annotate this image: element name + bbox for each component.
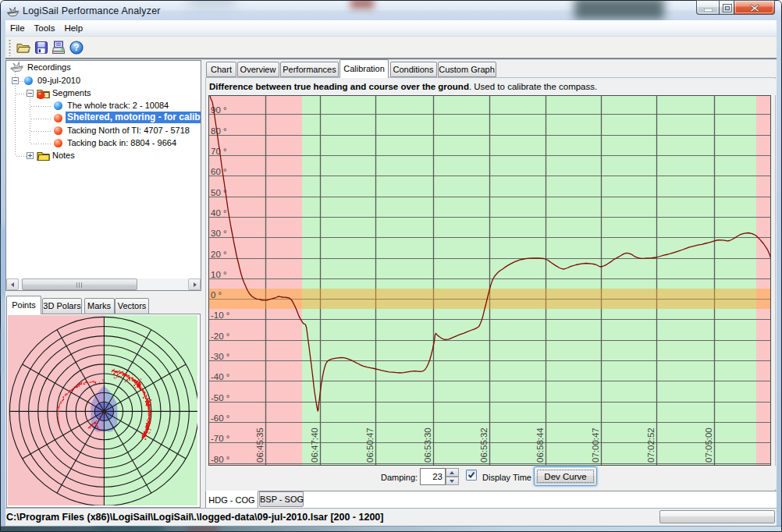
svg-text:0 °: 0 ° (211, 290, 222, 300)
svg-text:80 °: 80 ° (211, 126, 227, 136)
svg-text:06:50:47: 06:50:47 (365, 427, 375, 463)
svg-text:-80 °: -80 ° (211, 455, 229, 464)
svg-text:07:05:00: 07:05:00 (704, 427, 713, 463)
svg-text:-20 °: -20 ° (211, 332, 229, 341)
svg-text:06:45:35: 06:45:35 (255, 427, 265, 463)
svg-text:06:58:44: 06:58:44 (535, 427, 545, 463)
svg-text:20 °: 20 ° (211, 250, 227, 259)
svg-text:10 °: 10 ° (211, 270, 227, 279)
svg-text:-70 °: -70 ° (211, 434, 229, 443)
svg-text:06:55:32: 06:55:32 (479, 427, 489, 463)
svg-text:50 °: 50 ° (211, 188, 227, 197)
svg-text:06:47:40: 06:47:40 (310, 427, 319, 463)
svg-text:?: ? (73, 42, 79, 53)
svg-text:-30 °: -30 ° (211, 352, 229, 361)
svg-text:-50 °: -50 ° (211, 393, 229, 403)
svg-text:60 °: 60 ° (211, 167, 227, 176)
svg-text:-60 °: -60 ° (211, 413, 229, 423)
svg-text:06:53:30: 06:53:30 (423, 427, 432, 463)
svg-text:30 °: 30 ° (211, 229, 227, 238)
svg-text:07:00:47: 07:00:47 (591, 427, 600, 463)
svg-text:-40 °: -40 ° (211, 372, 229, 381)
svg-text:-10 °: -10 ° (211, 310, 229, 320)
svg-text:07:02:52: 07:02:52 (646, 427, 656, 463)
svg-text:40 °: 40 ° (211, 208, 227, 218)
